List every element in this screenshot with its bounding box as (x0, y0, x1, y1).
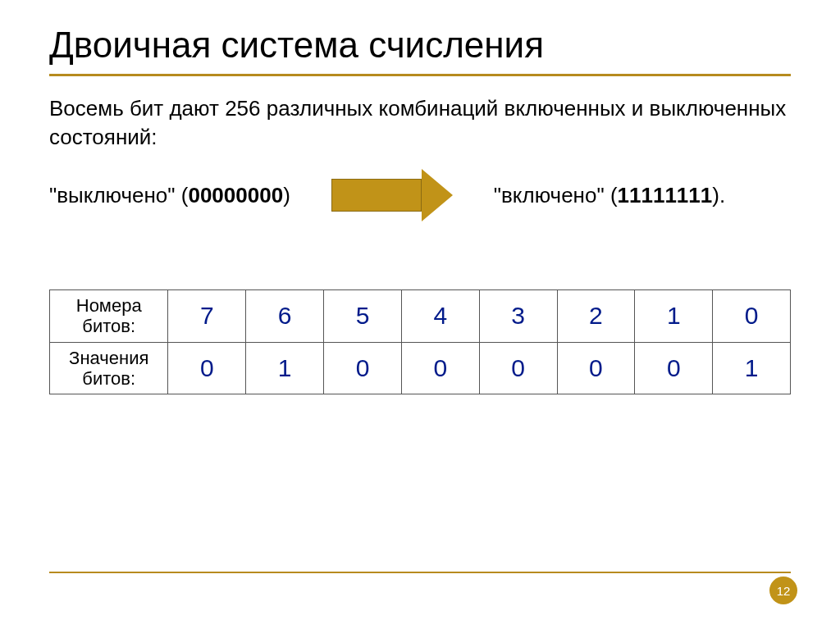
state-on-suffix: ). (712, 183, 725, 207)
table-row: Номера битов: 7 6 5 4 3 2 1 0 (50, 290, 791, 343)
arrow-head (422, 169, 453, 221)
state-off-bits: 00000000 (188, 183, 283, 207)
state-on: "включено" (11111111). (494, 183, 725, 208)
bit-number-cell: 4 (401, 290, 479, 343)
bit-number-cell: 6 (246, 290, 324, 343)
table-row: Значения битов: 0 1 0 0 0 0 0 1 (50, 342, 791, 394)
state-off: "выключено" (00000000) (49, 183, 290, 208)
state-off-suffix: ) (283, 183, 290, 207)
bit-numbers-label: Номера битов: (50, 290, 168, 343)
arrow-icon (318, 175, 466, 216)
bit-value-cell: 0 (324, 342, 402, 394)
page-number-badge: 12 (769, 577, 797, 604)
slide: Двоичная система счисления Восемь бит да… (0, 0, 840, 629)
bit-value-cell: 1 (246, 342, 324, 394)
slide-title: Двоичная система счисления (49, 25, 791, 66)
arrow-shaft (331, 179, 422, 212)
intro-paragraph: Восемь бит дают 256 различных комбинаций… (49, 94, 791, 152)
state-off-prefix: "выключено" ( (49, 183, 188, 207)
states-row: "выключено" (00000000) "включено" (11111… (49, 175, 791, 216)
bit-number-cell: 7 (168, 290, 246, 343)
title-underline (49, 74, 791, 76)
bit-number-cell: 2 (557, 290, 635, 343)
bit-value-cell: 0 (635, 342, 713, 394)
state-on-bits: 11111111 (618, 183, 713, 207)
bit-value-cell: 1 (713, 342, 791, 394)
footer-rule (49, 572, 791, 573)
bit-value-cell: 0 (401, 342, 479, 394)
bit-number-cell: 3 (479, 290, 557, 343)
bit-values-label: Значения битов: (50, 342, 168, 394)
bit-number-cell: 5 (324, 290, 402, 343)
bits-table: Номера битов: 7 6 5 4 3 2 1 0 Значения б… (49, 289, 791, 394)
bit-value-cell: 0 (479, 342, 557, 394)
bit-value-cell: 0 (168, 342, 246, 394)
bit-number-cell: 0 (713, 290, 791, 343)
bit-value-cell: 0 (557, 342, 635, 394)
bit-number-cell: 1 (635, 290, 713, 343)
state-on-prefix: "включено" ( (494, 183, 618, 207)
